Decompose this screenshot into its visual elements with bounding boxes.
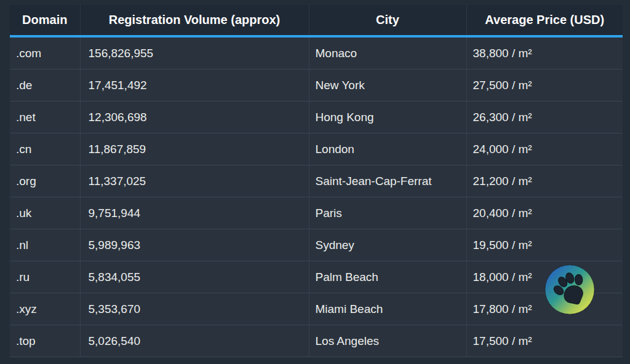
cell-domain: .top — [10, 325, 80, 357]
table-body: .com156,826,955Monaco38,800 / m².de17,45… — [10, 36, 623, 357]
cell-price: 18,000 / m² — [466, 261, 623, 293]
column-header-price: Average Price (USD) — [466, 5, 623, 36]
cell-volume: 11,867,859 — [80, 133, 309, 165]
cell-volume: 5,026,540 — [80, 325, 309, 357]
table-row: .nl5,989,963Sydney19,500 / m² — [10, 229, 623, 261]
cell-volume: 5,353,670 — [80, 293, 309, 325]
table-row: .net12,306,698Hong Kong26,300 / m² — [10, 101, 623, 133]
cell-domain: .ru — [10, 261, 80, 293]
cell-domain: .nl — [10, 229, 80, 261]
cell-domain: .org — [10, 165, 80, 197]
data-table: DomainRegistration Volume (approx)CityAv… — [10, 5, 623, 357]
table-row: .de17,451,492New York27,500 / m² — [10, 69, 623, 101]
header-row: DomainRegistration Volume (approx)CityAv… — [10, 5, 623, 36]
cell-city: Miami Beach — [309, 293, 466, 325]
cell-domain: .uk — [10, 197, 80, 229]
table-row: .ru5,834,055Palm Beach18,000 / m² — [10, 261, 623, 293]
cell-volume: 5,834,055 — [80, 261, 309, 293]
cell-domain: .com — [10, 36, 80, 69]
cell-volume: 11,337,025 — [80, 165, 309, 197]
cell-city: Sydney — [309, 229, 466, 261]
table-row: .cn11,867,859London24,000 / m² — [10, 133, 623, 165]
table-row: .top5,026,540Los Angeles17,500 / m² — [10, 325, 623, 357]
cell-price: 38,800 / m² — [466, 36, 623, 69]
data-table-container: DomainRegistration Volume (approx)CityAv… — [10, 5, 623, 357]
page: DomainRegistration Volume (approx)CityAv… — [0, 0, 630, 364]
cell-price: 17,500 / m² — [466, 325, 623, 357]
column-header-volume: Registration Volume (approx) — [80, 5, 309, 36]
cell-city: Monaco — [309, 36, 466, 69]
cell-price: 24,000 / m² — [466, 133, 623, 165]
column-header-domain: Domain — [10, 5, 80, 36]
cell-price: 17,800 / m² — [466, 293, 623, 325]
table-row: .uk9,751,944Paris20,400 / m² — [10, 197, 623, 229]
cell-volume: 12,306,698 — [80, 101, 309, 133]
cell-city: Paris — [309, 197, 466, 229]
table-row: .com156,826,955Monaco38,800 / m² — [10, 36, 623, 69]
cell-price: 19,500 / m² — [466, 229, 623, 261]
column-header-city: City — [309, 5, 466, 36]
cell-price: 20,400 / m² — [466, 197, 623, 229]
cell-domain: .de — [10, 69, 80, 101]
cell-domain: .net — [10, 101, 80, 133]
cell-domain: .cn — [10, 133, 80, 165]
cell-city: Los Angeles — [309, 325, 466, 357]
cell-price: 26,300 / m² — [466, 101, 623, 133]
cell-city: Palm Beach — [309, 261, 466, 293]
cell-city: New York — [309, 69, 466, 101]
cell-price: 27,500 / m² — [466, 69, 623, 101]
table-row: .org11,337,025Saint-Jean-Cap-Ferrat21,20… — [10, 165, 623, 197]
cell-volume: 156,826,955 — [80, 36, 309, 69]
cell-city: Hong Kong — [309, 101, 466, 133]
cell-volume: 9,751,944 — [80, 197, 309, 229]
cell-volume: 17,451,492 — [80, 69, 309, 101]
cell-city: London — [309, 133, 466, 165]
cell-city: Saint-Jean-Cap-Ferrat — [309, 165, 466, 197]
cell-domain: .xyz — [10, 293, 80, 325]
cell-volume: 5,989,963 — [80, 229, 309, 261]
table-row: .xyz5,353,670Miami Beach17,800 / m² — [10, 293, 623, 325]
cell-price: 21,200 / m² — [466, 165, 623, 197]
